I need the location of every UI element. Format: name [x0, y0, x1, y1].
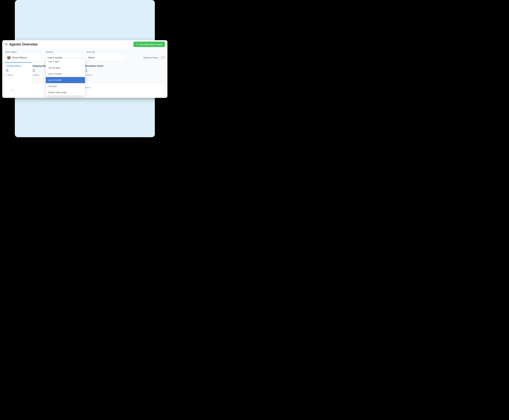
metric-sub: ( Total )	[6, 74, 30, 76]
duration-option-last-30-days[interactable]: Last 30 days	[46, 65, 85, 71]
duration-option-last-6-months[interactable]: Last 6 months	[46, 77, 85, 83]
svg-point-1	[7, 44, 7, 44]
duration-label: Duration	[46, 51, 85, 53]
filter-select-agent: Select Agent Shane Watson ▼	[5, 51, 45, 61]
metric-value: 1	[85, 68, 109, 73]
agents-icon	[5, 43, 8, 46]
business-hours-toggle[interactable]	[160, 56, 165, 59]
duration-option-last-7-days[interactable]: Last 7 days	[46, 59, 85, 65]
svg-point-0	[5, 43, 6, 44]
duration-option-custom-range[interactable]: Custom date range	[46, 89, 85, 96]
download-agent-reports-button[interactable]: Download agent reports	[133, 42, 165, 47]
business-hours-wrap: Business Hours	[143, 54, 165, 61]
chevron-down-icon: ▼	[41, 57, 42, 58]
duration-dropdown-menu: Last 7 days Last 30 days Last 3 months L…	[46, 58, 85, 96]
page-title: Agents Overview	[9, 42, 38, 46]
group-by-dropdown[interactable]: Month ▼	[86, 54, 126, 61]
title-wrap: Agents Overview	[5, 42, 38, 46]
metric-label: Resolution Count	[85, 65, 109, 67]
filter-group-by: Group By Month ▼	[86, 51, 126, 61]
panel-header: Agents Overview Download agent reports	[2, 40, 167, 49]
business-hours-label: Business Hours	[143, 56, 158, 59]
panel-body: Select Agent Shane Watson ▼ Duration Las…	[2, 49, 167, 98]
tab-resolution-count[interactable]: Resolution Count 1 ( Total )	[84, 63, 110, 83]
chevron-up-icon: ▲	[82, 57, 83, 58]
y-tick-6: 6	[12, 89, 13, 91]
download-icon	[136, 43, 138, 46]
chevron-down-icon: ▼	[123, 57, 124, 58]
agents-overview-panel: Agents Overview Download agent reports S…	[2, 40, 167, 98]
metric-sub: ( Total )	[85, 74, 109, 76]
selected-agent-name: Shane Watson	[12, 56, 27, 59]
select-agent-label: Select Agent	[5, 51, 45, 53]
y-tick-5: 5	[12, 98, 13, 98]
selected-group-by: Month	[88, 56, 95, 59]
duration-option-last-year[interactable]: Last year	[46, 83, 85, 89]
duration-option-last-3-months[interactable]: Last 3 months	[46, 71, 85, 77]
group-by-label: Group By	[86, 51, 126, 53]
metric-value: 6	[6, 68, 30, 73]
select-agent-dropdown[interactable]: Shane Watson ▼	[5, 54, 45, 61]
tab-conversations[interactable]: Conversations 6 ( Total )	[5, 62, 31, 83]
download-button-label: Download agent reports	[139, 43, 162, 46]
agent-avatar	[7, 56, 10, 59]
metric-label: Conversations	[6, 65, 30, 67]
